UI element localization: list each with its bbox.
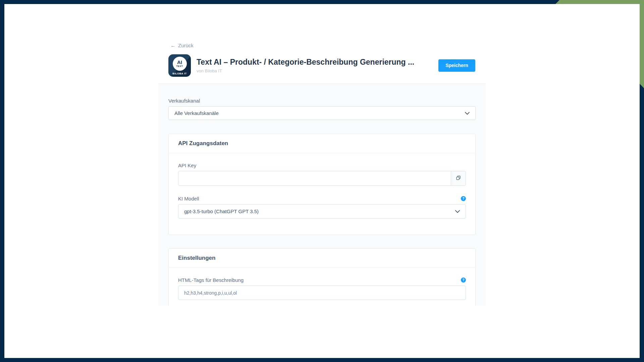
app-icon-brand: BILOBA IT (168, 72, 191, 75)
api-key-label: API Key (178, 163, 466, 168)
copy-icon (455, 175, 461, 182)
page-title: Text AI – Produkt- / Kategorie-Beschreib… (197, 58, 438, 67)
app-icon-circle: AI TEXT (173, 57, 187, 71)
html-tags-input[interactable] (178, 286, 466, 300)
sales-channel-select[interactable]: Alle Verkaufskanäle (168, 106, 476, 120)
save-button[interactable]: Speichern (438, 59, 475, 72)
api-credentials-card: API Zugangsdaten API Key (168, 134, 476, 235)
api-key-input[interactable] (178, 171, 451, 186)
app-icon-text-text: TEXT (176, 65, 183, 67)
page-subtitle: von Biloba IT (197, 68, 438, 73)
chevron-down-icon (465, 112, 470, 115)
settings-card-title: Einstellungen (169, 249, 475, 268)
app-icon-text-ai: AI (177, 60, 182, 65)
ki-model-label: KI Modell (178, 196, 199, 201)
chevron-down-icon (455, 210, 460, 213)
page-header: ← Zurück AI TEXT BILOBA IT Text AI – Pro… (158, 4, 486, 83)
help-icon[interactable]: ? (461, 196, 466, 201)
back-link-label: Zurück (178, 43, 194, 48)
help-icon[interactable]: ? (461, 278, 466, 283)
config-scroll-area[interactable]: Verkaufskanal Alle Verkaufskanäle API Zu… (158, 83, 486, 306)
copy-button[interactable] (451, 171, 466, 186)
api-card-title: API Zugangsdaten (169, 134, 475, 153)
sales-channel-label: Verkaufskanal (168, 98, 476, 104)
back-link[interactable]: ← Zurück (170, 43, 194, 48)
html-tags-label: HTML-Tags für Beschreibung (178, 277, 244, 283)
settings-card: Einstellungen HTML-Tags für Beschreibung… (168, 248, 476, 306)
sales-channel-value: Alle Verkaufskanäle (174, 110, 219, 116)
ki-model-select[interactable]: gpt-3.5-turbo (ChatGPT GPT 3.5) (178, 204, 466, 219)
app-window: ← Zurück AI TEXT BILOBA IT Text AI – Pro… (4, 4, 640, 358)
app-icon: AI TEXT BILOBA IT (168, 54, 191, 77)
ki-model-value: gpt-3.5-turbo (ChatGPT GPT 3.5) (184, 208, 259, 214)
back-arrow-icon: ← (170, 43, 176, 48)
